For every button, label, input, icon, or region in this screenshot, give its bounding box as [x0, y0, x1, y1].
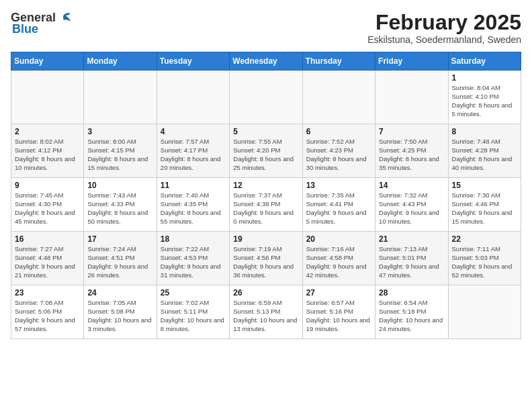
calendar-week-row: 9Sunrise: 7:45 AM Sunset: 4:30 PM Daylig… — [11, 178, 521, 232]
day-detail: Sunrise: 7:35 AM Sunset: 4:41 PM Dayligh… — [306, 191, 371, 226]
calendar-day-cell: 14Sunrise: 7:32 AM Sunset: 4:43 PM Dayli… — [375, 178, 448, 232]
calendar-day-cell — [448, 285, 521, 339]
day-detail: Sunrise: 7:19 AM Sunset: 4:56 PM Dayligh… — [233, 245, 298, 279]
calendar-day-cell — [230, 71, 302, 124]
calendar-week-row: 16Sunrise: 7:27 AM Sunset: 4:48 PM Dayli… — [11, 232, 521, 285]
day-detail: Sunrise: 7:57 AM Sunset: 4:17 PM Dayligh… — [161, 138, 226, 172]
calendar-day-cell: 27Sunrise: 6:57 AM Sunset: 5:16 PM Dayli… — [302, 285, 375, 339]
calendar-day-cell: 9Sunrise: 7:45 AM Sunset: 4:30 PM Daylig… — [11, 178, 84, 232]
calendar-day-cell: 23Sunrise: 7:08 AM Sunset: 5:06 PM Dayli… — [11, 285, 84, 339]
day-detail: Sunrise: 8:04 AM Sunset: 4:10 PM Dayligh… — [452, 84, 517, 118]
calendar-day-cell: 10Sunrise: 7:43 AM Sunset: 4:33 PM Dayli… — [84, 178, 157, 232]
day-detail: Sunrise: 7:08 AM Sunset: 5:06 PM Dayligh… — [15, 299, 80, 333]
day-number: 26 — [233, 288, 298, 298]
calendar-day-cell: 11Sunrise: 7:40 AM Sunset: 4:35 PM Dayli… — [157, 178, 229, 232]
calendar-week-row: 1Sunrise: 8:04 AM Sunset: 4:10 PM Daylig… — [11, 71, 521, 124]
day-number: 11 — [161, 181, 226, 190]
calendar-day-cell: 19Sunrise: 7:19 AM Sunset: 4:56 PM Dayli… — [230, 232, 302, 285]
calendar-day-cell — [302, 71, 375, 124]
day-detail: Sunrise: 7:37 AM Sunset: 4:38 PM Dayligh… — [233, 191, 298, 226]
day-number: 18 — [161, 234, 226, 244]
day-detail: Sunrise: 7:43 AM Sunset: 4:33 PM Dayligh… — [87, 191, 152, 226]
calendar-day-cell: 17Sunrise: 7:24 AM Sunset: 4:51 PM Dayli… — [84, 232, 157, 285]
day-detail: Sunrise: 7:32 AM Sunset: 4:43 PM Dayligh… — [379, 191, 444, 226]
day-number: 2 — [15, 127, 80, 136]
header: General Blue February 2025 Eskilstuna, S… — [11, 11, 521, 45]
calendar-week-row: 23Sunrise: 7:08 AM Sunset: 5:06 PM Dayli… — [11, 285, 521, 339]
day-detail: Sunrise: 6:57 AM Sunset: 5:16 PM Dayligh… — [306, 299, 371, 333]
day-detail: Sunrise: 7:30 AM Sunset: 4:46 PM Dayligh… — [452, 191, 517, 226]
day-number: 27 — [306, 288, 371, 298]
calendar-day-cell: 21Sunrise: 7:13 AM Sunset: 5:01 PM Dayli… — [375, 232, 448, 285]
day-detail: Sunrise: 7:55 AM Sunset: 4:20 PM Dayligh… — [233, 138, 298, 172]
calendar-week-row: 2Sunrise: 8:02 AM Sunset: 4:12 PM Daylig… — [11, 124, 521, 178]
day-detail: Sunrise: 8:02 AM Sunset: 4:12 PM Dayligh… — [15, 138, 80, 172]
day-detail: Sunrise: 7:05 AM Sunset: 5:08 PM Dayligh… — [87, 299, 152, 333]
day-detail: Sunrise: 7:50 AM Sunset: 4:25 PM Dayligh… — [379, 138, 444, 172]
calendar-day-cell: 13Sunrise: 7:35 AM Sunset: 4:41 PM Dayli… — [302, 178, 375, 232]
day-of-week-header: Friday — [375, 52, 448, 71]
day-number: 19 — [233, 234, 298, 244]
calendar-header-row: SundayMondayTuesdayWednesdayThursdayFrid… — [11, 52, 521, 71]
day-number: 20 — [306, 234, 371, 244]
day-detail: Sunrise: 7:02 AM Sunset: 5:11 PM Dayligh… — [161, 299, 226, 333]
day-detail: Sunrise: 7:48 AM Sunset: 4:28 PM Dayligh… — [452, 138, 517, 172]
day-number: 6 — [306, 127, 371, 136]
location-title: Eskilstuna, Soedermanland, Sweden — [367, 34, 521, 45]
calendar-day-cell: 4Sunrise: 7:57 AM Sunset: 4:17 PM Daylig… — [157, 124, 229, 178]
day-of-week-header: Thursday — [302, 52, 375, 71]
day-of-week-header: Sunday — [11, 52, 84, 71]
day-of-week-header: Saturday — [448, 52, 521, 71]
day-of-week-header: Wednesday — [230, 52, 302, 71]
day-detail: Sunrise: 7:16 AM Sunset: 4:58 PM Dayligh… — [306, 245, 371, 279]
calendar-day-cell: 16Sunrise: 7:27 AM Sunset: 4:48 PM Dayli… — [11, 232, 84, 285]
day-detail: Sunrise: 7:27 AM Sunset: 4:48 PM Dayligh… — [15, 245, 80, 279]
logo-blue-text: Blue — [12, 22, 38, 36]
calendar-table: SundayMondayTuesdayWednesdayThursdayFrid… — [11, 52, 521, 339]
day-of-week-header: Monday — [84, 52, 157, 71]
day-detail: Sunrise: 7:13 AM Sunset: 5:01 PM Dayligh… — [379, 245, 444, 279]
month-title: February 2025 — [367, 11, 521, 34]
day-number: 9 — [15, 181, 80, 190]
logo-bird-icon — [57, 12, 72, 24]
calendar-day-cell: 24Sunrise: 7:05 AM Sunset: 5:08 PM Dayli… — [84, 285, 157, 339]
calendar-day-cell: 5Sunrise: 7:55 AM Sunset: 4:20 PM Daylig… — [230, 124, 302, 178]
day-number: 12 — [233, 181, 298, 190]
day-detail: Sunrise: 7:24 AM Sunset: 4:51 PM Dayligh… — [87, 245, 152, 279]
day-number: 17 — [87, 234, 152, 244]
day-number: 14 — [379, 181, 444, 190]
title-area: February 2025 Eskilstuna, Soedermanland,… — [367, 11, 521, 45]
day-number: 10 — [87, 181, 152, 190]
day-number: 22 — [452, 234, 517, 244]
calendar-day-cell — [157, 71, 229, 124]
day-detail: Sunrise: 7:40 AM Sunset: 4:35 PM Dayligh… — [161, 191, 226, 226]
day-number: 5 — [233, 127, 298, 136]
day-number: 3 — [87, 127, 152, 136]
day-number: 15 — [452, 181, 517, 190]
day-number: 7 — [379, 127, 444, 136]
calendar-day-cell: 2Sunrise: 8:02 AM Sunset: 4:12 PM Daylig… — [11, 124, 84, 178]
calendar-day-cell: 8Sunrise: 7:48 AM Sunset: 4:28 PM Daylig… — [448, 124, 521, 178]
day-number: 25 — [161, 288, 226, 298]
day-detail: Sunrise: 7:22 AM Sunset: 4:53 PM Dayligh… — [161, 245, 226, 279]
day-number: 28 — [379, 288, 444, 298]
calendar-day-cell: 7Sunrise: 7:50 AM Sunset: 4:25 PM Daylig… — [375, 124, 448, 178]
calendar-day-cell — [11, 71, 84, 124]
day-detail: Sunrise: 6:54 AM Sunset: 5:18 PM Dayligh… — [379, 299, 444, 333]
calendar-day-cell: 25Sunrise: 7:02 AM Sunset: 5:11 PM Dayli… — [157, 285, 229, 339]
day-number: 21 — [379, 234, 444, 244]
day-number: 4 — [161, 127, 226, 136]
calendar-day-cell: 20Sunrise: 7:16 AM Sunset: 4:58 PM Dayli… — [302, 232, 375, 285]
day-detail: Sunrise: 8:00 AM Sunset: 4:15 PM Dayligh… — [87, 138, 152, 172]
day-detail: Sunrise: 7:52 AM Sunset: 4:23 PM Dayligh… — [306, 138, 371, 172]
calendar-day-cell: 3Sunrise: 8:00 AM Sunset: 4:15 PM Daylig… — [84, 124, 157, 178]
calendar-day-cell: 22Sunrise: 7:11 AM Sunset: 5:03 PM Dayli… — [448, 232, 521, 285]
day-number: 8 — [452, 127, 517, 136]
day-detail: Sunrise: 6:59 AM Sunset: 5:13 PM Dayligh… — [233, 299, 298, 333]
day-detail: Sunrise: 7:45 AM Sunset: 4:30 PM Dayligh… — [15, 191, 80, 226]
day-number: 13 — [306, 181, 371, 190]
day-number: 24 — [87, 288, 152, 298]
calendar-day-cell: 6Sunrise: 7:52 AM Sunset: 4:23 PM Daylig… — [302, 124, 375, 178]
day-number: 23 — [15, 288, 80, 298]
calendar-day-cell: 12Sunrise: 7:37 AM Sunset: 4:38 PM Dayli… — [230, 178, 302, 232]
